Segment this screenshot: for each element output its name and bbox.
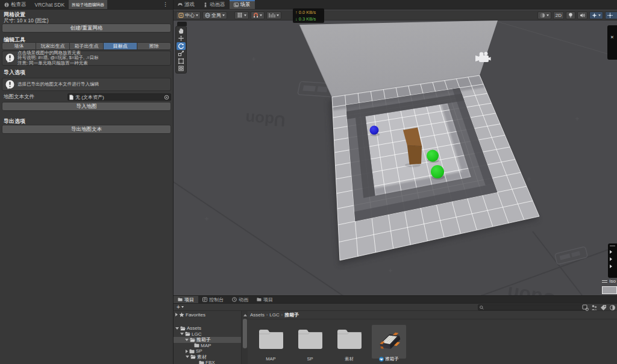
breadcrumb-lgc[interactable]: LGC (269, 312, 279, 318)
project-search-field[interactable] (478, 304, 586, 310)
export-map-button[interactable]: 导出地图文本 (2, 125, 171, 134)
asset-folder-map[interactable]: MAP (254, 326, 288, 362)
foldout-arrow-icon[interactable] (186, 350, 188, 353)
orientation-mode-label: 全局 (211, 12, 221, 19)
inspector-icon (4, 2, 9, 7)
tree-item-sokoban[interactable]: 推箱子 (174, 337, 241, 343)
hidden-packages-icon[interactable] (609, 304, 616, 311)
draw-mode-button[interactable] (537, 11, 551, 19)
object-picker-icon[interactable] (163, 94, 169, 100)
move-tool-button[interactable] (177, 35, 186, 43)
chevron-down-icon (260, 14, 262, 16)
grid-icon (237, 13, 243, 18)
gizmos-toggle-button[interactable] (605, 11, 617, 19)
target-sphere[interactable] (431, 165, 444, 178)
create-reset-grid-button[interactable]: 创建/重置网格 (2, 24, 171, 33)
player-spawn-sphere[interactable] (370, 126, 379, 135)
tab-game[interactable]: 游戏 (174, 0, 199, 9)
asset-folder-sp[interactable]: SP (293, 326, 327, 362)
transform-tool-button[interactable] (177, 65, 186, 73)
scroll-up-icon[interactable] (243, 314, 247, 316)
hand-icon (178, 28, 184, 34)
text-asset-icon (69, 95, 74, 100)
expand-arrow-icon (610, 257, 612, 261)
search-icon (480, 306, 484, 310)
orientation-mode-button[interactable]: 全局 (202, 11, 227, 19)
tab-animator[interactable]: 动画器 (199, 0, 230, 9)
tab-project-2[interactable]: 项目 (252, 296, 277, 303)
tab-console[interactable]: 控制台 (198, 296, 228, 303)
tab-game-label: 游戏 (184, 1, 195, 8)
import-map-button[interactable]: 导入地图 (2, 102, 171, 111)
tree-item-favorites[interactable]: Favorites (174, 312, 241, 318)
orientation-gizmo-box[interactable] (602, 286, 617, 294)
tag-icon[interactable] (600, 304, 607, 311)
project-tabbar: 项目 控制台 动画 项目 (174, 296, 617, 304)
scene-toolbar: 中心 全局 (174, 10, 617, 20)
breadcrumb-current[interactable]: 推箱子 (284, 312, 299, 318)
rotate-tool-button[interactable] (177, 42, 186, 50)
tree-item-sp[interactable]: SP (174, 348, 241, 354)
tools-overlay-handle[interactable] (177, 22, 187, 26)
rect-tool-button[interactable] (177, 57, 186, 65)
tab-map-editor-label: 推箱子地图编辑器 (72, 2, 104, 8)
folder-open-icon (190, 337, 195, 342)
tool-player-spawn-button[interactable]: 玩家出生点 (36, 42, 70, 50)
more-options-icon[interactable]: ⋮ (163, 1, 168, 7)
tree-item-map[interactable]: MAP (174, 342, 241, 348)
tab-project[interactable]: 项目 (174, 296, 198, 303)
asset-label: 推箱子 (385, 356, 399, 362)
search-by-type-icon[interactable] (582, 304, 589, 311)
effects-toggle-button[interactable] (589, 11, 603, 19)
search-by-label-icon[interactable] (591, 304, 598, 311)
asset-prefab-sokoban[interactable]: 推箱子 (372, 326, 406, 362)
audio-toggle-button[interactable] (577, 11, 587, 19)
2d-toggle-button[interactable]: 2D (553, 11, 564, 19)
asset-folder-sucai[interactable]: 素材 (332, 326, 366, 362)
tab-scene[interactable]: 场景 (230, 0, 255, 9)
tool-wall-button[interactable]: 墙体 (2, 42, 36, 50)
stats-download: ↓ 0.3 KB/s (295, 16, 322, 22)
asset-label: SP (307, 356, 313, 362)
collapsed-panel[interactable]: ✕ (607, 25, 617, 60)
snap-increment-button[interactable] (266, 11, 281, 19)
foldout-arrow-icon[interactable] (175, 313, 178, 316)
tree-scrollbar[interactable] (241, 311, 248, 364)
scene-viewport[interactable]: Udon Udon (174, 20, 617, 295)
scale-tool-button[interactable] (177, 50, 186, 58)
snap-toggle-button[interactable] (251, 11, 265, 19)
snap-increment-icon (269, 13, 275, 18)
breadcrumb-assets[interactable]: Assets (250, 312, 265, 318)
scrollbar-thumb[interactable] (243, 319, 247, 348)
map-text-file-value: 无 (文本资产) (75, 94, 161, 101)
overlay-toolbar-collapsed[interactable] (608, 243, 617, 278)
map-text-file-row: 地图文本文件 无 (文本资产) (4, 93, 171, 101)
tool-erase-button[interactable]: 擦除 (137, 42, 171, 50)
target-sphere[interactable] (427, 150, 439, 162)
animator-icon (203, 2, 208, 7)
tree-item-assets[interactable]: Assets (174, 325, 241, 331)
tab-inspector[interactable]: 检查器 (0, 0, 31, 9)
tab-vrchat-sdk[interactable]: VRChat SDK (31, 0, 69, 9)
pivot-mode-button[interactable]: 中心 (176, 11, 201, 19)
view-tool-button[interactable] (177, 27, 186, 35)
tool-target-button[interactable]: 目标点 (104, 42, 137, 50)
edit-tool-segmented-control: 墙体 玩家出生点 箱子出生点 目标点 擦除 (2, 42, 171, 50)
chevron-down-icon (181, 306, 184, 308)
foldout-arrow-icon[interactable] (186, 356, 189, 358)
map-text-file-field[interactable]: 无 (文本资产) (67, 93, 171, 101)
grid-visibility-button[interactable] (234, 11, 249, 19)
foldout-arrow-icon[interactable] (175, 327, 179, 330)
lighting-toggle-button[interactable] (566, 11, 575, 19)
foldout-arrow-icon[interactable] (180, 333, 184, 335)
pivot-mode-label: 中心 (185, 12, 195, 19)
tab-animation[interactable]: 动画 (228, 296, 252, 303)
tree-item-fbx[interactable]: FBX (174, 360, 241, 364)
create-asset-button[interactable]: + (177, 304, 184, 310)
tab-map-editor[interactable]: 推箱子地图编辑器 (69, 0, 107, 9)
projection-mode-widget[interactable]: Iso (602, 278, 616, 284)
foldout-arrow-icon[interactable] (185, 339, 189, 341)
tool-box-spawn-button[interactable]: 箱子出生点 (70, 42, 104, 50)
tree-item-sucai[interactable]: 素材 (174, 354, 241, 360)
tree-item-label: MAP (201, 343, 211, 348)
